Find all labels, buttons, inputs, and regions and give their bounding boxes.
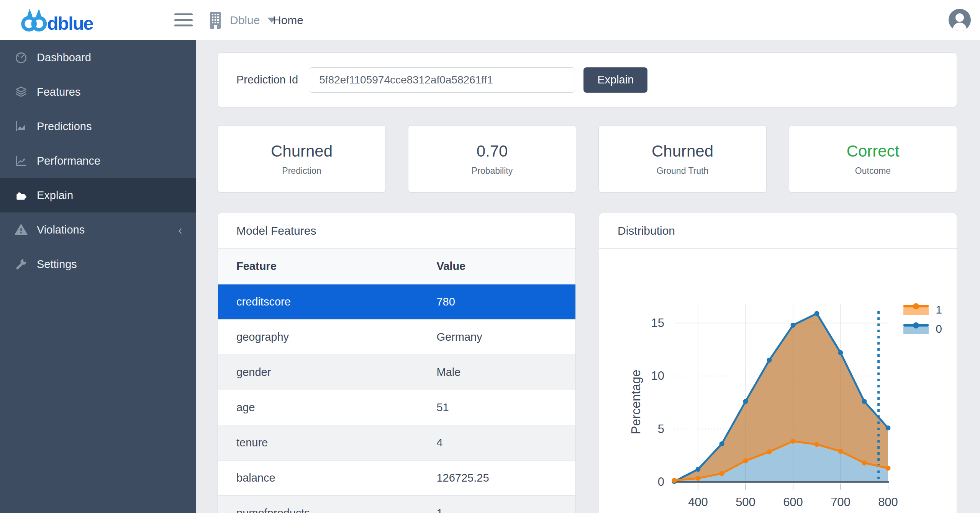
feature-cell: geography xyxy=(218,319,418,355)
sidebar: Dashboard Features Predictions Performan… xyxy=(0,40,196,513)
workspace-name: Dblue xyxy=(230,14,260,27)
stat-value: 0.70 xyxy=(477,142,508,160)
nav-home-link[interactable]: Home xyxy=(273,0,303,40)
main-content: Prediction Id Explain Churned Prediction… xyxy=(196,40,980,513)
stat-label: Outcome xyxy=(855,166,891,176)
puzzle-icon xyxy=(15,189,28,202)
sidebar-label: Violations xyxy=(37,224,85,236)
area-chart-icon xyxy=(15,120,28,133)
top-navbar: dblue Dblue Home xyxy=(0,0,980,40)
stats-row: Churned Prediction 0.70 Probability Chur… xyxy=(218,125,957,193)
stat-label: Ground Truth xyxy=(657,166,709,176)
feature-cell: age xyxy=(218,390,418,425)
svg-text:10: 10 xyxy=(651,369,664,382)
sidebar-label: Features xyxy=(37,86,80,98)
table-row[interactable]: genderMale xyxy=(218,355,575,390)
user-avatar[interactable] xyxy=(948,8,971,31)
line-chart-icon xyxy=(15,154,28,167)
feature-cell: creditscore xyxy=(218,284,418,319)
wrench-icon xyxy=(15,258,28,271)
svg-text:5: 5 xyxy=(658,422,664,436)
sidebar-item-settings[interactable]: Settings xyxy=(0,247,196,281)
table-row[interactable]: numofproducts1 xyxy=(218,495,575,513)
stat-card-outcome: Correct Outcome xyxy=(789,125,957,193)
value-cell: 126725.25 xyxy=(418,460,575,495)
sidebar-label: Settings xyxy=(37,258,77,271)
value-cell: 1 xyxy=(418,495,575,513)
legend-label: 1 xyxy=(936,303,942,316)
stat-value: Correct xyxy=(847,142,900,160)
chart-legend: 1 0 xyxy=(903,303,942,335)
home-label: Home xyxy=(273,14,303,27)
table-row[interactable]: creditscore780 xyxy=(218,284,575,319)
legend-swatch-blue xyxy=(903,324,929,334)
features-table: Feature Value creditscore780geographyGer… xyxy=(218,249,575,513)
svg-text:15: 15 xyxy=(651,316,664,330)
value-cell: Germany xyxy=(418,319,575,355)
svg-text:500: 500 xyxy=(736,495,755,509)
sidebar-item-performance[interactable]: Performance xyxy=(0,144,196,178)
column-header-value: Value xyxy=(418,249,575,284)
stat-label: Probability xyxy=(472,166,513,176)
chevron-left-icon[interactable]: ‹ xyxy=(178,223,182,236)
workspace-dropdown[interactable]: Dblue xyxy=(207,0,276,40)
legend-swatch-orange xyxy=(903,305,929,315)
value-cell: 780 xyxy=(418,284,575,319)
hamburger-menu-icon[interactable] xyxy=(174,12,193,28)
sidebar-label: Dashboard xyxy=(37,51,91,64)
stat-value: Churned xyxy=(652,142,713,160)
sidebar-item-explain[interactable]: Explain xyxy=(0,178,196,212)
prediction-form-card: Prediction Id Explain xyxy=(218,52,957,107)
sidebar-item-features[interactable]: Features xyxy=(0,75,196,109)
prediction-id-label: Prediction Id xyxy=(236,74,298,86)
logo-wordmark: dblue xyxy=(47,13,93,33)
column-header-feature: Feature xyxy=(218,249,418,284)
table-row[interactable]: balance126725.25 xyxy=(218,460,575,495)
dblue-logo[interactable]: dblue xyxy=(20,8,100,33)
legend-item-1[interactable]: 1 xyxy=(903,303,942,316)
sidebar-item-dashboard[interactable]: Dashboard xyxy=(0,40,196,75)
sidebar-label: Explain xyxy=(37,189,73,202)
explain-button[interactable]: Explain xyxy=(583,67,647,93)
dblue-logo-icon: dblue xyxy=(20,8,100,33)
svg-text:Percentage: Percentage xyxy=(629,370,643,435)
value-cell: Male xyxy=(418,355,575,390)
sidebar-item-predictions[interactable]: Predictions xyxy=(0,109,196,144)
gauge-icon xyxy=(15,51,28,64)
svg-text:800: 800 xyxy=(878,495,898,509)
distribution-chart: 051015400500600700800Percentage 1 0 xyxy=(599,249,957,513)
sidebar-item-violations[interactable]: Violations ‹ xyxy=(0,212,196,247)
stat-card-prediction: Churned Prediction xyxy=(218,125,386,193)
layers-icon xyxy=(15,85,28,98)
feature-cell: balance xyxy=(218,460,418,495)
table-row[interactable]: tenure4 xyxy=(218,425,575,460)
legend-label: 0 xyxy=(936,322,942,335)
stat-card-ground-truth: Churned Ground Truth xyxy=(598,125,767,193)
warning-triangle-icon xyxy=(15,223,28,236)
sidebar-label: Performance xyxy=(37,155,100,167)
value-cell: 4 xyxy=(418,425,575,460)
sidebar-label: Predictions xyxy=(37,120,92,133)
building-icon xyxy=(207,10,224,31)
svg-text:600: 600 xyxy=(783,495,803,509)
stat-value: Churned xyxy=(271,142,333,160)
stat-card-probability: 0.70 Probability xyxy=(408,125,576,193)
svg-text:700: 700 xyxy=(831,495,851,509)
prediction-id-input[interactable] xyxy=(309,67,575,93)
feature-cell: gender xyxy=(218,355,418,390)
legend-item-0[interactable]: 0 xyxy=(903,322,942,335)
value-cell: 51 xyxy=(418,390,575,425)
stat-label: Prediction xyxy=(282,166,321,176)
table-row[interactable]: geographyGermany xyxy=(218,319,575,355)
model-features-panel: Model Features Feature Value creditscore… xyxy=(218,213,576,513)
distribution-title: Distribution xyxy=(599,213,957,249)
svg-text:0: 0 xyxy=(658,475,664,488)
feature-cell: numofproducts xyxy=(218,495,418,513)
features-table-body: creditscore780geographyGermanygenderMale… xyxy=(218,284,575,513)
table-header-row: Feature Value xyxy=(218,249,575,284)
panels-row: Model Features Feature Value creditscore… xyxy=(218,213,957,513)
distribution-panel: Distribution 051015400500600700800Percen… xyxy=(599,213,957,513)
table-row[interactable]: age51 xyxy=(218,390,575,425)
svg-text:400: 400 xyxy=(688,495,708,509)
feature-cell: tenure xyxy=(218,425,418,460)
